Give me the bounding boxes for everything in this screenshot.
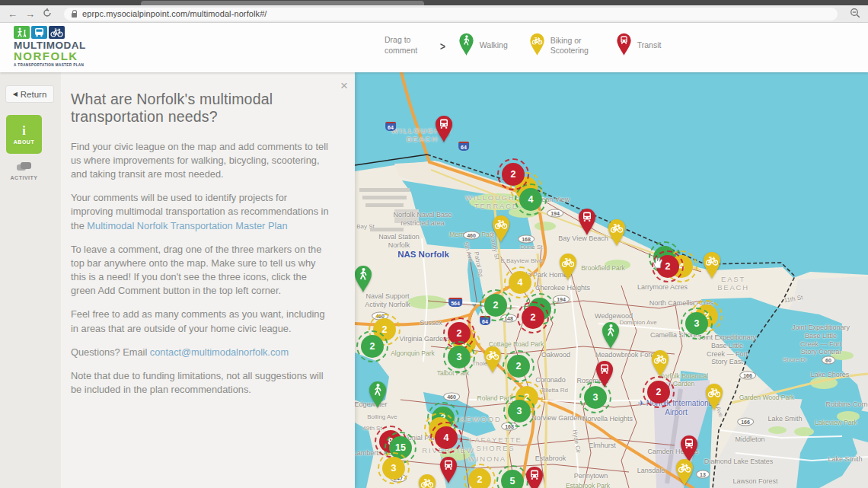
biking-comment-pin[interactable] [673, 458, 696, 488]
biking-logo-icon [49, 26, 65, 39]
sidebar-item-activity[interactable]: ACTIVITY [3, 162, 45, 180]
panel-text: To leave a comment, drag one of the thre… [71, 244, 321, 296]
walking-comment-pin[interactable] [355, 264, 375, 296]
walking-pin-icon [457, 32, 476, 59]
map-label: E Bayview Blvd [500, 257, 542, 265]
map-label: Pennytown [574, 472, 608, 480]
biking-comment-pin[interactable] [557, 252, 579, 284]
map-label: Sussex [420, 319, 442, 327]
browser-url-bar[interactable]: eprpc.mysocialpinpoint.com/multimodal-no… [64, 8, 838, 21]
site-header: MULTIMODAL NORFOLK A TRANSPORTATION MAST… [0, 23, 868, 72]
comment-cluster-yellow[interactable]: 3 [382, 457, 405, 480]
cluster-count: 2 [656, 387, 662, 397]
transit-comment-pin[interactable] [437, 455, 460, 487]
map-label: Larrymore Acres [637, 283, 688, 292]
cluster-count: 2 [382, 324, 388, 335]
transit-pin-icon [614, 32, 633, 59]
route-shield: 166 [737, 418, 754, 426]
comment-cluster-yellow[interactable]: 2 [468, 468, 491, 488]
comment-cluster-green[interactable]: 5 [501, 470, 524, 488]
panel-link[interactable]: contact@multimodalnorfolk.com [150, 346, 289, 358]
panel-paragraph: To leave a comment, drag one of the thre… [71, 243, 329, 298]
sidebar-item-about[interactable]: i ABOUT [6, 115, 42, 154]
about-panel: × What are Norfolk's multimodal transpor… [61, 72, 355, 488]
return-label: Return [21, 90, 47, 99]
biking-comment-pin[interactable] [703, 382, 726, 414]
panel-paragraph: Find your civic league on the map and ad… [71, 140, 329, 181]
route-shield: 194 [553, 295, 570, 304]
biking-comment-pin[interactable] [481, 345, 504, 377]
about-label: ABOUT [14, 139, 34, 145]
panel-title: What are Norfolk's multimodal transporta… [71, 91, 329, 126]
biking-comment-pin[interactable] [490, 214, 512, 246]
map[interactable]: WILLOUGHBY BEACHWILLOUGHBY TERRACEOcean … [355, 72, 868, 488]
walking-comment-pin[interactable] [599, 321, 622, 352]
route-shield: 168 [518, 235, 535, 244]
logo-title-line2: NORFOLK [14, 49, 105, 62]
cluster-count: 2 [511, 169, 516, 180]
map-label: Elmhurst [589, 442, 616, 450]
cluster-count: 5 [510, 476, 515, 486]
close-icon[interactable]: × [340, 79, 348, 92]
comment-cluster-green[interactable]: 3 [448, 346, 471, 368]
comment-cluster-green[interactable]: 3 [508, 400, 531, 423]
forward-icon[interactable]: → [25, 9, 35, 19]
map-label: 5th Ave [462, 241, 474, 263]
panel-link[interactable]: Multimodal Norfolk Transportation Master… [87, 220, 287, 231]
map-label: LAFAYETTE SHORES [469, 435, 522, 453]
biking-comment-pin[interactable] [649, 349, 672, 381]
comment-cluster-green[interactable]: 4 [519, 188, 542, 211]
comment-cluster-red[interactable]: 2 [656, 255, 679, 278]
biking-pin-icon [528, 32, 547, 59]
map-label: Merrimack Park [449, 231, 495, 238]
map-label: Lawson Forest [732, 477, 777, 486]
transit-comment-pin[interactable] [576, 207, 598, 239]
map-label: Robbins Corner [825, 400, 868, 409]
biking-comment-pin[interactable] [605, 218, 628, 250]
cluster-count: 3 [457, 352, 462, 362]
return-button[interactable]: ◀ Return [5, 85, 54, 103]
comment-cluster-red[interactable]: 2 [647, 381, 670, 403]
legend-marker-biking[interactable]: Biking or Scootering [528, 32, 595, 59]
transit-logo-icon [31, 26, 47, 39]
panel-paragraph: Your comments will be used to identify p… [71, 191, 329, 232]
interstate-shield: 64 [385, 122, 396, 131]
walking-comment-pin[interactable] [366, 380, 389, 412]
transit-comment-pin[interactable] [432, 114, 455, 146]
comment-cluster-yellow[interactable]: 4 [509, 271, 531, 294]
transit-comment-pin[interactable] [593, 359, 616, 391]
panel-text: Find your civic league on the map and ad… [71, 141, 328, 180]
back-triangle-icon: ◀ [13, 91, 18, 97]
browser-tab-strip [0, 0, 868, 5]
comment-cluster-green[interactable]: 3 [685, 312, 708, 335]
legend-marker-walking[interactable]: Walking [457, 32, 508, 59]
comment-cluster-green[interactable]: 2 [484, 294, 507, 317]
map-label: Lake Smith [828, 455, 862, 464]
biking-comment-pin[interactable] [700, 250, 723, 282]
lock-icon [72, 13, 77, 18]
comment-cluster-red[interactable]: 2 [502, 163, 525, 186]
biking-comment-pin[interactable] [416, 473, 439, 488]
back-icon[interactable]: ← [8, 9, 18, 19]
comment-legend: WalkingBiking or ScooteringTransit [457, 32, 662, 59]
map-label: Bolling Ave [367, 413, 397, 421]
url-text[interactable]: eprpc.mysocialpinpoint.com/multimodal-no… [82, 9, 267, 18]
panel-text: Feel free to add as many comments as you… [71, 308, 325, 333]
transit-comment-pin[interactable] [523, 465, 546, 488]
panel-text: Questions? Email [71, 346, 150, 358]
comment-cluster-red[interactable]: 2 [522, 306, 544, 329]
legend-marker-transit[interactable]: Transit [614, 32, 662, 59]
cluster-count: 4 [518, 277, 523, 288]
map-label: Lake Shores [811, 371, 850, 379]
comment-cluster-green[interactable]: 2 [361, 335, 384, 358]
site-logo[interactable]: MULTIMODAL NORFOLK A TRANSPORTATION MAST… [14, 26, 105, 67]
route-shield: 460 [443, 393, 460, 401]
comment-cluster-red[interactable]: 4 [435, 426, 458, 449]
comment-cluster-green[interactable]: 2 [507, 355, 530, 378]
zoom-out-icon[interactable] [850, 8, 860, 20]
cluster-count: 4 [528, 194, 534, 205]
reload-icon[interactable] [43, 8, 52, 19]
cluster-count: 2 [457, 328, 462, 339]
panel-paragraph: Questions? Email contact@multimodalnorfo… [71, 346, 329, 359]
logo-tagline: A TRANSPORTATION MASTER PLAN [14, 63, 105, 67]
